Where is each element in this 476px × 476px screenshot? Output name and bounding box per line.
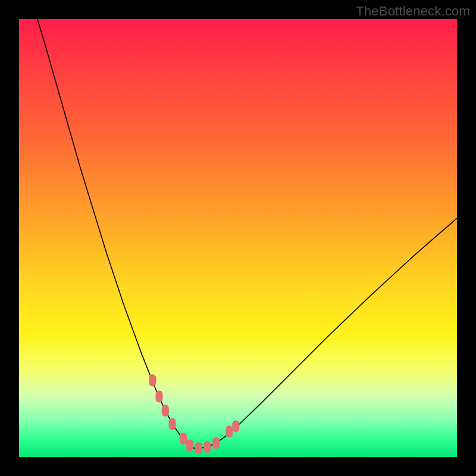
marker-left-cluster-lower <box>169 418 176 430</box>
marker-bottom-center-2 <box>195 442 202 454</box>
chart-svg <box>19 19 457 457</box>
marker-bottom-center-1 <box>186 440 193 452</box>
marker-left-cluster-upper <box>156 390 163 402</box>
plot-area <box>19 19 457 457</box>
chart-frame: TheBottleneck.com <box>0 0 476 476</box>
brand-watermark: TheBottleneck.com <box>356 4 470 19</box>
marker-bottom-left <box>180 433 187 444</box>
marker-left-cluster-top <box>149 374 156 386</box>
marker-group <box>149 374 239 454</box>
marker-right-lower <box>226 425 233 437</box>
bottleneck-curve <box>37 19 457 448</box>
marker-left-cluster-mid <box>162 405 169 416</box>
marker-right-upper <box>232 420 239 432</box>
marker-bottom-center-3 <box>203 441 211 453</box>
marker-bottom-right <box>212 437 220 449</box>
